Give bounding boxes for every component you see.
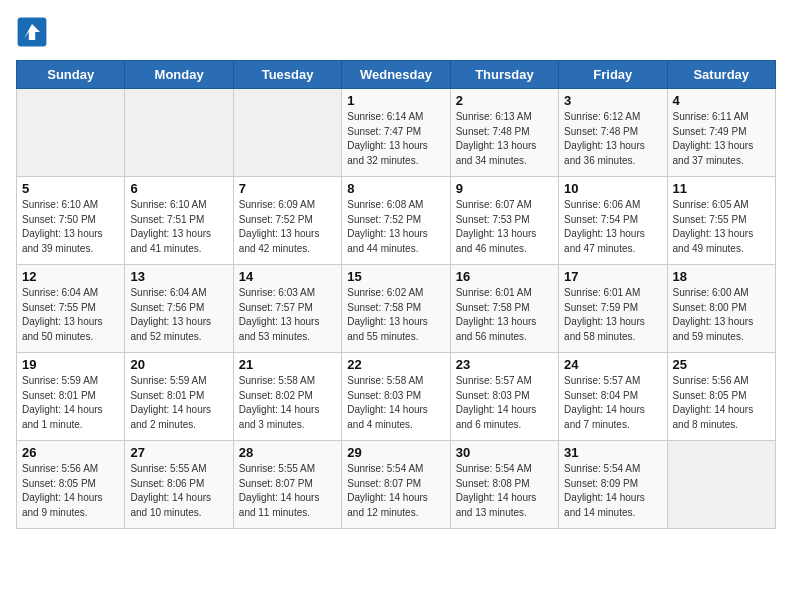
day-number: 31 — [564, 445, 661, 460]
day-info: Sunrise: 6:05 AM Sunset: 7:55 PM Dayligh… — [673, 198, 770, 256]
calendar-cell: 15Sunrise: 6:02 AM Sunset: 7:58 PM Dayli… — [342, 265, 450, 353]
weekday-monday: Monday — [125, 61, 233, 89]
weekday-header-row: SundayMondayTuesdayWednesdayThursdayFrid… — [17, 61, 776, 89]
calendar-week-1: 1Sunrise: 6:14 AM Sunset: 7:47 PM Daylig… — [17, 89, 776, 177]
day-info: Sunrise: 6:10 AM Sunset: 7:50 PM Dayligh… — [22, 198, 119, 256]
day-number: 25 — [673, 357, 770, 372]
day-info: Sunrise: 5:59 AM Sunset: 8:01 PM Dayligh… — [22, 374, 119, 432]
day-info: Sunrise: 6:08 AM Sunset: 7:52 PM Dayligh… — [347, 198, 444, 256]
page-header — [16, 16, 776, 48]
day-number: 11 — [673, 181, 770, 196]
day-info: Sunrise: 5:54 AM Sunset: 8:07 PM Dayligh… — [347, 462, 444, 520]
day-info: Sunrise: 5:56 AM Sunset: 8:05 PM Dayligh… — [22, 462, 119, 520]
calendar-cell — [667, 441, 775, 529]
calendar-cell: 3Sunrise: 6:12 AM Sunset: 7:48 PM Daylig… — [559, 89, 667, 177]
calendar-body: 1Sunrise: 6:14 AM Sunset: 7:47 PM Daylig… — [17, 89, 776, 529]
calendar-cell: 29Sunrise: 5:54 AM Sunset: 8:07 PM Dayli… — [342, 441, 450, 529]
day-info: Sunrise: 5:57 AM Sunset: 8:04 PM Dayligh… — [564, 374, 661, 432]
calendar-cell: 12Sunrise: 6:04 AM Sunset: 7:55 PM Dayli… — [17, 265, 125, 353]
calendar-cell: 27Sunrise: 5:55 AM Sunset: 8:06 PM Dayli… — [125, 441, 233, 529]
calendar-cell: 25Sunrise: 5:56 AM Sunset: 8:05 PM Dayli… — [667, 353, 775, 441]
calendar-cell: 11Sunrise: 6:05 AM Sunset: 7:55 PM Dayli… — [667, 177, 775, 265]
day-number: 5 — [22, 181, 119, 196]
day-number: 8 — [347, 181, 444, 196]
day-number: 24 — [564, 357, 661, 372]
day-number: 19 — [22, 357, 119, 372]
day-number: 22 — [347, 357, 444, 372]
day-info: Sunrise: 5:56 AM Sunset: 8:05 PM Dayligh… — [673, 374, 770, 432]
day-info: Sunrise: 5:59 AM Sunset: 8:01 PM Dayligh… — [130, 374, 227, 432]
calendar-week-5: 26Sunrise: 5:56 AM Sunset: 8:05 PM Dayli… — [17, 441, 776, 529]
weekday-friday: Friday — [559, 61, 667, 89]
day-info: Sunrise: 6:03 AM Sunset: 7:57 PM Dayligh… — [239, 286, 336, 344]
day-info: Sunrise: 6:06 AM Sunset: 7:54 PM Dayligh… — [564, 198, 661, 256]
day-number: 26 — [22, 445, 119, 460]
calendar-cell: 16Sunrise: 6:01 AM Sunset: 7:58 PM Dayli… — [450, 265, 558, 353]
calendar-cell: 9Sunrise: 6:07 AM Sunset: 7:53 PM Daylig… — [450, 177, 558, 265]
day-number: 27 — [130, 445, 227, 460]
calendar-cell: 13Sunrise: 6:04 AM Sunset: 7:56 PM Dayli… — [125, 265, 233, 353]
calendar-cell: 28Sunrise: 5:55 AM Sunset: 8:07 PM Dayli… — [233, 441, 341, 529]
day-info: Sunrise: 5:54 AM Sunset: 8:08 PM Dayligh… — [456, 462, 553, 520]
day-number: 17 — [564, 269, 661, 284]
day-number: 21 — [239, 357, 336, 372]
calendar-table: SundayMondayTuesdayWednesdayThursdayFrid… — [16, 60, 776, 529]
day-info: Sunrise: 6:13 AM Sunset: 7:48 PM Dayligh… — [456, 110, 553, 168]
day-info: Sunrise: 5:58 AM Sunset: 8:03 PM Dayligh… — [347, 374, 444, 432]
calendar-week-4: 19Sunrise: 5:59 AM Sunset: 8:01 PM Dayli… — [17, 353, 776, 441]
calendar-cell: 2Sunrise: 6:13 AM Sunset: 7:48 PM Daylig… — [450, 89, 558, 177]
day-number: 7 — [239, 181, 336, 196]
day-info: Sunrise: 5:55 AM Sunset: 8:07 PM Dayligh… — [239, 462, 336, 520]
day-number: 2 — [456, 93, 553, 108]
weekday-thursday: Thursday — [450, 61, 558, 89]
weekday-saturday: Saturday — [667, 61, 775, 89]
calendar-cell: 21Sunrise: 5:58 AM Sunset: 8:02 PM Dayli… — [233, 353, 341, 441]
day-number: 28 — [239, 445, 336, 460]
day-number: 14 — [239, 269, 336, 284]
calendar-cell: 8Sunrise: 6:08 AM Sunset: 7:52 PM Daylig… — [342, 177, 450, 265]
calendar-cell: 23Sunrise: 5:57 AM Sunset: 8:03 PM Dayli… — [450, 353, 558, 441]
weekday-sunday: Sunday — [17, 61, 125, 89]
calendar-cell: 17Sunrise: 6:01 AM Sunset: 7:59 PM Dayli… — [559, 265, 667, 353]
calendar-cell: 4Sunrise: 6:11 AM Sunset: 7:49 PM Daylig… — [667, 89, 775, 177]
calendar-cell — [17, 89, 125, 177]
calendar-cell — [125, 89, 233, 177]
day-number: 1 — [347, 93, 444, 108]
calendar-cell: 7Sunrise: 6:09 AM Sunset: 7:52 PM Daylig… — [233, 177, 341, 265]
day-info: Sunrise: 6:10 AM Sunset: 7:51 PM Dayligh… — [130, 198, 227, 256]
day-info: Sunrise: 6:02 AM Sunset: 7:58 PM Dayligh… — [347, 286, 444, 344]
calendar-cell: 24Sunrise: 5:57 AM Sunset: 8:04 PM Dayli… — [559, 353, 667, 441]
calendar-week-2: 5Sunrise: 6:10 AM Sunset: 7:50 PM Daylig… — [17, 177, 776, 265]
calendar-cell — [233, 89, 341, 177]
calendar-cell: 10Sunrise: 6:06 AM Sunset: 7:54 PM Dayli… — [559, 177, 667, 265]
logo — [16, 16, 52, 48]
calendar-cell: 30Sunrise: 5:54 AM Sunset: 8:08 PM Dayli… — [450, 441, 558, 529]
day-number: 30 — [456, 445, 553, 460]
day-info: Sunrise: 6:00 AM Sunset: 8:00 PM Dayligh… — [673, 286, 770, 344]
day-number: 10 — [564, 181, 661, 196]
day-number: 13 — [130, 269, 227, 284]
calendar-week-3: 12Sunrise: 6:04 AM Sunset: 7:55 PM Dayli… — [17, 265, 776, 353]
day-info: Sunrise: 6:09 AM Sunset: 7:52 PM Dayligh… — [239, 198, 336, 256]
calendar-header: SundayMondayTuesdayWednesdayThursdayFrid… — [17, 61, 776, 89]
day-info: Sunrise: 6:04 AM Sunset: 7:55 PM Dayligh… — [22, 286, 119, 344]
calendar-cell: 31Sunrise: 5:54 AM Sunset: 8:09 PM Dayli… — [559, 441, 667, 529]
day-info: Sunrise: 6:07 AM Sunset: 7:53 PM Dayligh… — [456, 198, 553, 256]
day-info: Sunrise: 5:57 AM Sunset: 8:03 PM Dayligh… — [456, 374, 553, 432]
day-info: Sunrise: 6:04 AM Sunset: 7:56 PM Dayligh… — [130, 286, 227, 344]
day-info: Sunrise: 6:11 AM Sunset: 7:49 PM Dayligh… — [673, 110, 770, 168]
calendar-cell: 1Sunrise: 6:14 AM Sunset: 7:47 PM Daylig… — [342, 89, 450, 177]
day-number: 18 — [673, 269, 770, 284]
day-number: 15 — [347, 269, 444, 284]
day-number: 3 — [564, 93, 661, 108]
day-number: 29 — [347, 445, 444, 460]
day-number: 4 — [673, 93, 770, 108]
calendar-cell: 26Sunrise: 5:56 AM Sunset: 8:05 PM Dayli… — [17, 441, 125, 529]
weekday-wednesday: Wednesday — [342, 61, 450, 89]
day-number: 12 — [22, 269, 119, 284]
day-info: Sunrise: 6:14 AM Sunset: 7:47 PM Dayligh… — [347, 110, 444, 168]
day-info: Sunrise: 6:12 AM Sunset: 7:48 PM Dayligh… — [564, 110, 661, 168]
calendar-cell: 14Sunrise: 6:03 AM Sunset: 7:57 PM Dayli… — [233, 265, 341, 353]
day-number: 20 — [130, 357, 227, 372]
calendar-cell: 22Sunrise: 5:58 AM Sunset: 8:03 PM Dayli… — [342, 353, 450, 441]
